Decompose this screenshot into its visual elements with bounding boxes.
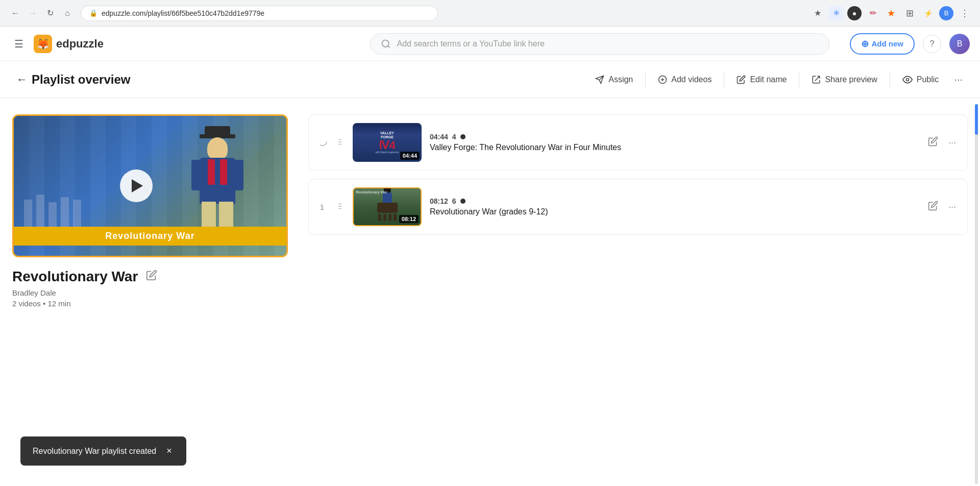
scrollbar[interactable] [975, 104, 978, 484]
browser-url: edpuzzle.com/playlist/66f5bee510c47b2dd1… [102, 9, 429, 17]
browser-back-button[interactable]: ← [8, 6, 22, 20]
loading-icon [317, 136, 328, 147]
pencil-icon-1 [928, 136, 938, 147]
drag-handle-1[interactable] [335, 137, 345, 148]
back-button[interactable]: ← Playlist overview [12, 68, 134, 91]
snowflake-extension-icon[interactable]: ✳ [829, 6, 843, 20]
edit-name-icon [737, 75, 746, 84]
extensions-button[interactable]: ⊞ [902, 6, 917, 20]
toolbar-actions: Assign Add videos Edit name Share previe… [587, 68, 968, 90]
browser-chrome: ← → ↻ ⌂ 🔒 edpuzzle.com/playlist/66f5bee5… [0, 0, 980, 27]
eye-icon [902, 75, 913, 85]
header-actions: ⊕ Add new ? B [850, 33, 970, 55]
browser-actions: ★ ✳ ● ✏ ★ ⊞ ⚡ B ⋮ [811, 6, 972, 20]
playlist-title-row: Revolutionary War [12, 268, 288, 285]
back-arrow-icon: ← [16, 73, 28, 86]
logo[interactable]: 🦊 edpuzzle [34, 35, 104, 53]
video-1-title: Valley Forge: The Revolutionary War in F… [430, 143, 917, 152]
browser-nav-buttons: ← → ↻ ⌂ [8, 6, 75, 20]
toolbar-divider-4 [890, 71, 890, 88]
browser-user-avatar[interactable]: B [939, 6, 953, 20]
user-avatar[interactable]: B [949, 34, 970, 54]
svg-point-5 [318, 137, 327, 146]
share-preview-icon [812, 75, 821, 84]
video-1-questions: 4 [452, 133, 456, 141]
add-new-button[interactable]: ⊕ Add new [850, 33, 915, 55]
toast-notification: Revolutionary War playlist created × [20, 436, 186, 466]
public-button[interactable]: Public [894, 69, 947, 90]
video-2-more-button[interactable]: ··· [945, 199, 959, 215]
playlist-meta: 2 videos • 12 min [12, 299, 288, 308]
add-videos-button[interactable]: Add videos [650, 70, 720, 89]
playlist-author: Bradley Dale [12, 288, 288, 297]
video-card-2: 1 [308, 179, 968, 235]
app-header: ☰ 🦊 edpuzzle Add search terms or a YouTu… [0, 27, 980, 61]
lock-icon: 🔒 [89, 9, 97, 17]
assign-button[interactable]: Assign [587, 70, 641, 89]
video-1-duration: 04:44 [430, 133, 448, 141]
playlist-title: Revolutionary War [12, 269, 138, 285]
browser-forward-button[interactable]: → [26, 6, 40, 20]
add-videos-icon [658, 75, 667, 84]
video-1-meta: 04:44 4 [430, 133, 917, 141]
assign-icon [595, 75, 604, 84]
logo-text: edpuzzle [56, 37, 104, 51]
video-thumb-1[interactable]: VALLEYFORGE Ⅳ4 with David Lawrence 04:44 [353, 123, 422, 162]
video-2-info: 08:12 6 Revolutionary War (grades 9-12) [430, 197, 917, 216]
svg-point-0 [382, 40, 388, 46]
video-1-duration-badge: 04:44 [400, 152, 420, 160]
more-options-icon: ··· [954, 74, 963, 85]
pencil-icon-2 [928, 201, 938, 211]
video-1-index [317, 136, 327, 149]
public-label: Public [917, 75, 939, 84]
extension-icon-3[interactable]: ✏ [866, 6, 880, 20]
left-panel: Revolutionary War Revolutionary War Brad… [12, 114, 288, 308]
video-2-meta: 08:12 6 [430, 197, 917, 205]
share-preview-button[interactable]: Share preview [803, 70, 885, 89]
video-1-actions: ··· [925, 133, 959, 152]
browser-reload-button[interactable]: ↻ [43, 6, 57, 20]
help-button[interactable]: ? [923, 35, 941, 53]
add-new-label: Add new [872, 39, 904, 48]
toolbar-divider-2 [724, 71, 724, 88]
search-placeholder: Add search terms or a YouTube link here [397, 39, 545, 48]
scrollbar-thumb[interactable] [975, 104, 978, 135]
user-initial: B [957, 39, 963, 48]
play-button[interactable] [120, 169, 153, 202]
toast-message: Revolutionary War playlist created [33, 447, 156, 456]
thumbnail-banner: Revolutionary War [14, 227, 286, 246]
search-bar[interactable]: Add search terms or a YouTube link here [370, 33, 829, 55]
playlist-thumbnail[interactable]: Revolutionary War [12, 114, 288, 257]
extension-icon-2[interactable]: ● [847, 6, 862, 20]
dot-icon-1 [460, 134, 465, 139]
drag-handle-2[interactable] [335, 202, 345, 212]
more-options-button[interactable]: ··· [949, 68, 968, 90]
bookmark-button[interactable]: ★ [811, 6, 825, 20]
right-panel: VALLEYFORGE Ⅳ4 with David Lawrence 04:44… [308, 114, 968, 308]
toast-close-button[interactable]: × [164, 446, 174, 456]
video-2-index: 1 [317, 203, 327, 211]
toolbar-divider-3 [799, 71, 799, 88]
video-1-more-button[interactable]: ··· [945, 134, 959, 151]
video-2-actions: ··· [925, 198, 959, 216]
browser-address-bar[interactable]: 🔒 edpuzzle.com/playlist/66f5bee510c47b2d… [81, 6, 438, 21]
video-2-duration: 08:12 [430, 197, 448, 205]
share-preview-label: Share preview [825, 75, 877, 84]
video-1-info: 04:44 4 Valley Forge: The Revolutionary … [430, 133, 917, 152]
video-2-duration-badge: 08:12 [399, 215, 419, 223]
hamburger-menu-button[interactable]: ☰ [10, 34, 28, 54]
dot-icon-2 [460, 199, 465, 204]
profile-icon-5[interactable]: ⚡ [921, 6, 935, 20]
page-title: Playlist overview [32, 72, 130, 87]
video-2-edit-button[interactable] [925, 198, 941, 216]
video-1-edit-button[interactable] [925, 133, 941, 152]
browser-home-button[interactable]: ⌂ [60, 6, 75, 20]
question-mark-icon: ? [930, 39, 935, 48]
browser-menu-button[interactable]: ⋮ [958, 6, 972, 20]
edit-name-button[interactable]: Edit name [728, 70, 795, 89]
video-thumb-2[interactable]: Revolutionary War 08:12 [353, 187, 422, 226]
add-videos-label: Add videos [671, 75, 712, 84]
video-2-questions: 6 [452, 197, 456, 205]
edit-title-button[interactable] [144, 268, 159, 285]
extension-icon-4[interactable]: ★ [884, 6, 898, 20]
